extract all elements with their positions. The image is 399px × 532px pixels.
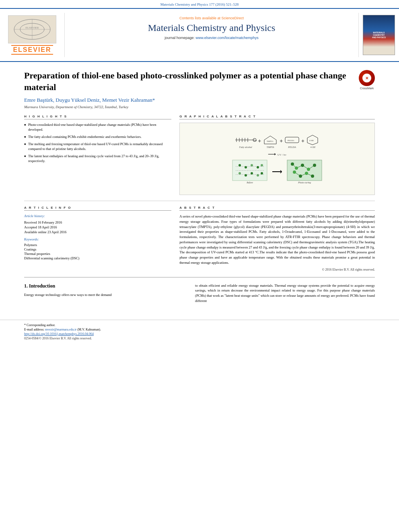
transform-arrow: ⟶: [272, 167, 282, 176]
page-footer: * Corresponding author. E-mail address: …: [0, 320, 399, 343]
introduction-section: 1. Introduction Energy storage technolog…: [24, 283, 375, 304]
article-info-column: A R T I C L E I N F O Article history: R…: [24, 206, 171, 271]
svg-text:4-SH: 4-SH: [309, 140, 314, 142]
footnote-email: E-mail address: mvezir@marmara.edu.tr (M…: [24, 328, 375, 331]
intro-right-text: to obtain efficient and reliable energy …: [195, 283, 375, 304]
abstract-copyright: © 2016 Elsevier B.V. All rights reserved…: [179, 268, 375, 271]
svg-point-48: [305, 172, 308, 175]
tmpta-structure: TMPTA: [262, 134, 278, 146]
highlight-item-2: The fatty alcohol containing PCMs exhibi…: [24, 135, 171, 140]
journal-header: ELSEVIER ELSEVIER Contents lists availab…: [0, 9, 399, 62]
sciencedirect-text[interactable]: ScienceDirect: [222, 16, 244, 20]
sciencedirect-link: Contents lists available at ScienceDirec…: [73, 16, 350, 20]
chem-row-2: Before ⟶: [183, 159, 371, 184]
email-link[interactable]: mvezir@marmara.edu.tr: [45, 328, 76, 331]
svg-rect-19: [232, 160, 267, 181]
abstract-heading: A B S T R A C T: [179, 206, 375, 211]
crossmark-section: ✕ CrossMark: [359, 70, 375, 90]
top-bar: Materials Chemistry and Physics 177 (201…: [0, 0, 399, 9]
graphical-abstract-box: OH Fatty alcohol + TMPTA TMPTA +: [179, 123, 375, 195]
svg-point-43: [301, 164, 304, 167]
svg-text:ELSEVIER: ELSEVIER: [25, 26, 39, 29]
keywords-label: Keywords:: [24, 237, 171, 241]
svg-marker-13: [264, 136, 276, 144]
photocuring-label: Photo-curing: [298, 181, 311, 184]
journal-citation: Materials Chemistry and Physics 177 (201…: [160, 2, 239, 6]
graphical-abstract-heading: G R A P H I C A L A B S T R A C T: [179, 115, 375, 119]
keyword-2: Coatings: [24, 247, 171, 251]
svg-point-25: [251, 164, 253, 166]
tmpta-label: TMPTA: [267, 146, 274, 148]
article-info-abstract-section: A R T I C L E I N F O Article history: R…: [24, 206, 375, 271]
article-info-heading: A R T I C L E I N F O: [24, 206, 171, 211]
pegda-structure: PEGDA: [284, 134, 300, 146]
intro-right-column: to obtain efficient and reliable energy …: [195, 283, 375, 304]
elsevier-brand: ELSEVIER: [11, 45, 53, 55]
keyword-1: Polymers: [24, 243, 171, 247]
pegda-label: PEGDA: [288, 146, 296, 148]
journal-homepage: journal homepage: www.elsevier.com/locat…: [73, 36, 350, 40]
keyword-4: Differential scanning calorimetry (DSC): [24, 256, 171, 260]
article-title: Preparation of thiol-ene based photo-cro…: [24, 70, 351, 93]
divider-1: [24, 201, 375, 201]
svg-point-30: [251, 172, 253, 175]
after-pcm-structure: [286, 159, 323, 181]
highlight-item-4: The latent heat enthalpies of heating an…: [24, 154, 171, 164]
full-divider: [24, 277, 375, 277]
highlights-abstract-section: H I G H L I G H T S Photo-crosslinked th…: [24, 115, 375, 195]
intro-left-text: Energy storage technology offers new way…: [24, 292, 185, 298]
doi-link[interactable]: http://dx.doi.org/10.1016/j.matchemphys.…: [24, 332, 375, 336]
journal-left: ELSEVIER ELSEVIER: [0, 13, 64, 57]
highlight-item-1: Photo-crosslinked thiol-ene based shape-…: [24, 123, 171, 132]
journal-title: Materials Chemistry and Physics: [73, 23, 350, 33]
svg-point-45: [313, 164, 316, 167]
journal-center: Contents lists available at ScienceDirec…: [64, 13, 359, 57]
before-label: Before: [247, 181, 253, 184]
affiliation: Marmara University, Department of Chemis…: [24, 105, 375, 109]
svg-point-31: [257, 174, 259, 177]
footnote-corresponding: * Corresponding author.: [24, 323, 375, 327]
fatty-alcohol-structure: OH: [234, 134, 257, 146]
svg-text:PEGDA: PEGDA: [288, 140, 294, 142]
history-online: Available online 23 April 2016: [24, 230, 171, 234]
svg-point-42: [295, 166, 298, 170]
svg-point-24: [245, 166, 247, 168]
fatty-alcohol-label: Fatty alcohol: [239, 146, 252, 148]
graphical-abstract-column: G R A P H I C A L A B S T R A C T: [179, 115, 375, 195]
svg-text:TMPTA: TMPTA: [267, 140, 274, 142]
svg-point-47: [299, 175, 302, 178]
svg-text:OH: OH: [254, 140, 257, 142]
elsevier-image: ELSEVIER: [8, 15, 56, 43]
authors: Emre Baştürk, Duygu Yüksel Deniz, Memet …: [24, 97, 375, 103]
svg-point-41: [291, 162, 294, 166]
homepage-url[interactable]: www.elsevier.com/locate/matchemphys: [195, 36, 259, 40]
journal-right: MATERIALSCHEMISTRYAND PHYSICS: [359, 13, 399, 57]
article-history-label: Article history:: [24, 214, 171, 218]
intro-left-column: 1. Introduction Energy storage technolog…: [24, 283, 185, 304]
chem-row-1: OH Fatty alcohol + TMPTA TMPTA +: [183, 134, 371, 148]
4sh-structure: 4-SH: [306, 134, 320, 146]
history-received: Received 16 February 2016: [24, 220, 171, 224]
reaction-arrow: ⟶ UV / hv: [268, 151, 286, 158]
svg-point-23: [239, 164, 241, 166]
svg-point-49: [311, 175, 314, 178]
highlight-item-3: The melting and freezing temperature of …: [24, 142, 171, 152]
svg-point-27: [261, 164, 263, 166]
svg-point-29: [245, 174, 247, 177]
history-accepted: Accepted 18 April 2016: [24, 225, 171, 229]
before-pcm-structure: [232, 159, 268, 181]
elsevier-logo: ELSEVIER ELSEVIER: [8, 15, 56, 55]
intro-heading: 1. Introduction: [24, 283, 185, 289]
svg-point-26: [257, 166, 259, 168]
4sh-label: 4-SH: [310, 146, 315, 148]
crossmark-label: CrossMark: [360, 87, 374, 90]
crossmark-logo: ✕: [359, 70, 375, 86]
highlights-heading: H I G H L I G H T S: [24, 115, 171, 119]
svg-point-28: [239, 172, 241, 175]
abstract-column: A B S T R A C T A series of novel photo-…: [179, 206, 375, 271]
svg-point-46: [293, 170, 296, 174]
keyword-3: Thermal properties: [24, 252, 171, 256]
highlights-list: Photo-crosslinked thiol-ene based shape-…: [24, 123, 171, 163]
article-title-section: Preparation of thiol-ene based photo-cro…: [24, 70, 375, 93]
abstract-text: A series of novel photo-crosslinked thio…: [179, 214, 375, 265]
